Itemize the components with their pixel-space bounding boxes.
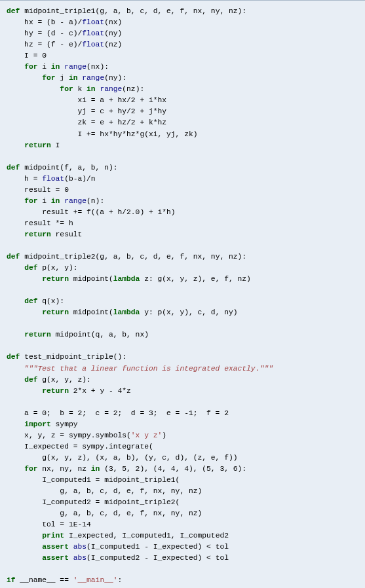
code-content: def midpoint_triple1(g, a, b, c, d, e, f…: [7, 7, 273, 588]
code-snippet: def midpoint_triple1(g, a, b, c, d, e, f…: [0, 0, 365, 588]
